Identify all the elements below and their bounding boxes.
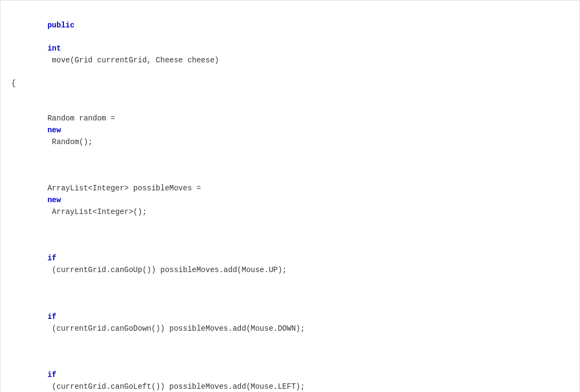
code-editor: public int move(Grid currentGrid, Cheese… [0, 0, 580, 392]
code-line-7: if (currentGrid.canGoLeft()) possibleMov… [11, 346, 569, 392]
code-line-1: public int move(Grid currentGrid, Cheese… [11, 8, 569, 78]
code-content: public int move(Grid currentGrid, Cheese… [1, 6, 579, 392]
keyword-public: public [47, 21, 74, 30]
keyword-int: int [47, 44, 61, 53]
code-line-4: ArrayList<Integer> possibleMoves = new A… [11, 160, 569, 230]
code-line-6: if (currentGrid.canGoDown()) possibleMov… [11, 288, 569, 346]
code-line-2: { [11, 78, 569, 90]
code-line-5: if (currentGrid.canGoUp()) possibleMoves… [11, 230, 569, 288]
code-line-3: Random random = new Random(); [11, 90, 569, 160]
